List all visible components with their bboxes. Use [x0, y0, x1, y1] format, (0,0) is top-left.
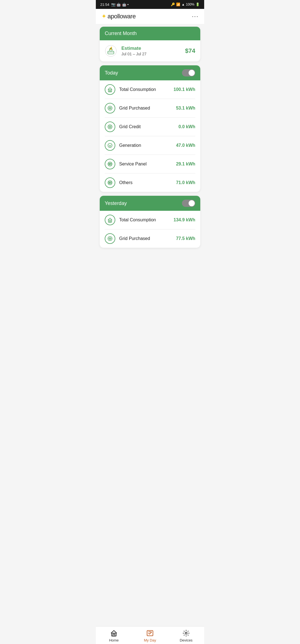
today-grid-credit: Grid Credit 0.0 kWh: [105, 118, 195, 136]
svg-rect-33: [109, 238, 111, 239]
battery-label: 100%: [186, 3, 194, 6]
today-others-value: 71.0 kWh: [176, 180, 195, 185]
yesterday-grid-purchased-value: 77.5 kWh: [176, 236, 195, 241]
current-month-header: Current Month: [100, 27, 200, 40]
status-bar: 21:54 📷 🤖 🤖 • 🔑 📶 ▲ 100% 🔋: [96, 0, 204, 9]
today-total-consumption-value: 100.1 kWh: [174, 87, 195, 92]
today-title: Today: [105, 70, 118, 76]
estimate-value: $74: [185, 47, 195, 55]
svg-point-7: [108, 106, 112, 110]
yesterday-header: Yesterday: [100, 196, 200, 211]
yesterday-total-consumption-value: 134.9 kWh: [174, 217, 195, 222]
svg-rect-6: [109, 90, 111, 92]
svg-point-28: [108, 237, 112, 241]
home-icon: [105, 84, 115, 95]
estimate-date: Jul 01 – Jul 27: [121, 52, 181, 56]
yesterday-card: Yesterday Total Consumption 134.9 kWh: [100, 196, 200, 248]
today-card: Today Total Consumption 100.1 kWh: [100, 65, 200, 192]
main-content: Current Month 💰 Estimate Jul 01 – Jul 27…: [96, 24, 204, 270]
status-time: 21:54: [100, 3, 109, 7]
svg-rect-12: [109, 108, 111, 109]
svg-rect-2: [108, 51, 114, 54]
grid-credit-icon: [105, 122, 115, 132]
others-icon: [105, 177, 115, 188]
logo-text: apolloware: [108, 13, 136, 20]
today-service-panel-label: Service Panel: [119, 162, 172, 167]
yesterday-grid-purchased-label: Grid Purchased: [119, 236, 172, 241]
service-panel-icon: [105, 159, 115, 169]
today-grid-credit-value: 0.0 kWh: [179, 124, 195, 129]
today-header: Today: [100, 65, 200, 80]
current-month-title: Current Month: [105, 31, 137, 36]
svg-rect-27: [109, 221, 111, 222]
today-others-label: Others: [119, 180, 172, 185]
today-grid-purchased: Grid Purchased 53.1 kWh: [105, 99, 195, 118]
today-grid-purchased-value: 53.1 kWh: [176, 106, 195, 111]
key-icon: 🔑: [171, 3, 175, 6]
today-total-consumption: Total Consumption 100.1 kWh: [105, 80, 195, 99]
yesterday-metrics: Total Consumption 134.9 kWh Grid Purchas…: [100, 211, 200, 248]
status-icons: 📷 🤖 🤖 •: [111, 3, 129, 7]
today-total-consumption-label: Total Consumption: [119, 87, 170, 92]
yesterday-home-icon: [105, 215, 115, 225]
estimate-icon: 💰: [105, 45, 117, 57]
status-left: 21:54 📷 🤖 🤖 •: [100, 3, 129, 7]
today-service-panel-value: 29.1 kWh: [176, 162, 195, 167]
grid-purchased-icon: [105, 103, 115, 113]
yesterday-title: Yesterday: [105, 200, 127, 206]
svg-rect-5: [108, 90, 112, 92]
today-metrics: Total Consumption 100.1 kWh Grid Purchas…: [100, 80, 200, 192]
logo-star-icon: ✦: [101, 13, 106, 19]
estimate-row: 💰 Estimate Jul 01 – Jul 27 $74: [100, 40, 200, 61]
battery-icon: 🔋: [196, 3, 200, 6]
wifi-icon: 📶: [176, 3, 180, 6]
today-toggle[interactable]: [182, 69, 195, 76]
logo: ✦ apolloware: [101, 13, 136, 20]
estimate-text: Estimate Jul 01 – Jul 27: [121, 46, 181, 56]
yesterday-grid-icon: [105, 233, 115, 244]
today-grid-purchased-label: Grid Purchased: [119, 106, 172, 111]
generation-icon: [105, 140, 115, 151]
yesterday-toggle[interactable]: [182, 200, 195, 207]
today-grid-credit-label: Grid Credit: [119, 124, 175, 129]
more-menu-button[interactable]: ···: [192, 13, 199, 20]
today-generation: Generation 47.0 kWh: [105, 136, 195, 155]
signal-icon: ▲: [181, 3, 185, 6]
current-month-card: Current Month 💰 Estimate Jul 01 – Jul 27…: [100, 27, 200, 61]
app-header: ✦ apolloware ···: [96, 9, 204, 24]
today-generation-label: Generation: [119, 143, 172, 148]
estimate-label: Estimate: [121, 46, 181, 51]
today-others: Others 71.0 kWh: [105, 174, 195, 192]
yesterday-total-consumption: Total Consumption 134.9 kWh: [105, 211, 195, 229]
yesterday-grid-purchased: Grid Purchased 77.5 kWh: [105, 229, 195, 248]
yesterday-total-consumption-label: Total Consumption: [119, 217, 170, 222]
today-service-panel: Service Panel 29.1 kWh: [105, 155, 195, 174]
status-right: 🔑 📶 ▲ 100% 🔋: [171, 3, 200, 6]
today-generation-value: 47.0 kWh: [176, 143, 195, 148]
